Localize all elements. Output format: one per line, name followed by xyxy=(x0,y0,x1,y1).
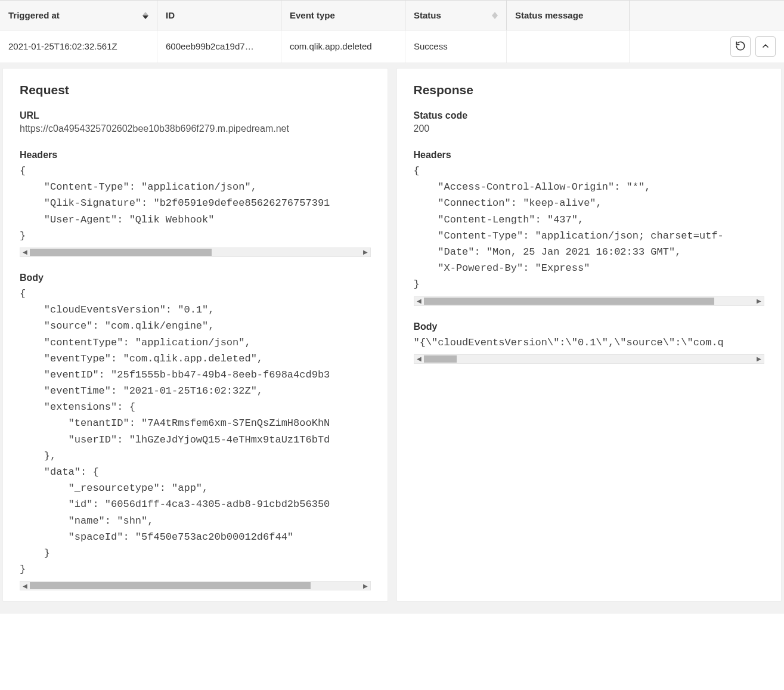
response-headers-code: { "Access-Control-Allow-Origin": "*", "C… xyxy=(414,163,765,293)
scroll-right-icon[interactable]: ▶ xyxy=(361,581,370,590)
column-header-id[interactable]: ID xyxy=(157,1,281,30)
detail-panel-container: Request URL https://c0a4954325702602bee1… xyxy=(0,63,784,614)
cell-status-message xyxy=(507,30,630,63)
horizontal-scrollbar[interactable]: ◀ ▶ xyxy=(20,247,371,257)
scroll-left-icon[interactable]: ◀ xyxy=(414,297,424,305)
response-status-code-label: Status code xyxy=(414,110,765,121)
horizontal-scrollbar[interactable]: ◀ ▶ xyxy=(414,354,765,364)
sort-icon xyxy=(492,12,498,19)
scroll-left-icon[interactable]: ◀ xyxy=(414,355,424,363)
response-panel: Response Status code 200 Headers { "Acce… xyxy=(396,68,782,602)
scroll-right-icon[interactable]: ▶ xyxy=(754,297,764,305)
scroll-left-icon[interactable]: ◀ xyxy=(20,248,30,256)
refresh-icon xyxy=(735,41,746,53)
request-url-value: https://c0a4954325702602bee10b38b696f279… xyxy=(20,123,371,134)
response-body-code: "{\"cloudEventsVersion\":\"0.1\",\"sourc… xyxy=(414,335,765,351)
sort-icon xyxy=(142,12,148,19)
cell-id: 600eeb99b2ca19d7… xyxy=(157,30,281,63)
column-header-label: Status xyxy=(414,10,441,20)
cell-actions xyxy=(630,30,784,63)
horizontal-scrollbar[interactable]: ◀ ▶ xyxy=(414,296,765,306)
request-body-code: { "cloudEventsVersion": "0.1", "source":… xyxy=(20,286,371,577)
response-body-label: Body xyxy=(414,321,765,332)
request-headers-code: { "Content-Type": "application/json", "Q… xyxy=(20,163,371,244)
request-headers-label: Headers xyxy=(20,150,371,160)
column-header-event-type[interactable]: Event type xyxy=(281,1,405,30)
chevron-up-icon xyxy=(761,41,770,52)
response-title: Response xyxy=(414,83,765,97)
cell-triggered-at: 2021-01-25T16:02:32.561Z xyxy=(0,30,157,63)
scroll-right-icon[interactable]: ▶ xyxy=(361,248,370,256)
column-header-label: Status message xyxy=(515,10,583,20)
cell-event-type: com.qlik.app.deleted xyxy=(281,30,405,63)
column-header-label: ID xyxy=(166,10,175,20)
column-header-status-message[interactable]: Status message xyxy=(507,1,630,30)
column-header-triggered-at[interactable]: Triggered at xyxy=(0,1,157,30)
scroll-right-icon[interactable]: ▶ xyxy=(754,355,764,363)
collapse-button[interactable] xyxy=(755,36,776,57)
horizontal-scrollbar[interactable]: ◀ ▶ xyxy=(20,581,371,590)
column-header-label: Triggered at xyxy=(8,10,60,20)
column-header-actions xyxy=(630,1,784,30)
request-title: Request xyxy=(20,83,371,97)
column-header-label: Event type xyxy=(290,10,335,20)
cell-status: Success xyxy=(405,30,507,63)
request-url-label: URL xyxy=(20,110,371,121)
column-header-status[interactable]: Status xyxy=(405,1,507,30)
request-panel: Request URL https://c0a4954325702602bee1… xyxy=(2,68,388,602)
table-header-row: Triggered at ID Event type Status Status… xyxy=(0,0,784,30)
retry-button[interactable] xyxy=(730,36,751,57)
response-headers-label: Headers xyxy=(414,150,765,160)
request-body-label: Body xyxy=(20,273,371,283)
scroll-left-icon[interactable]: ◀ xyxy=(20,581,30,590)
table-row[interactable]: 2021-01-25T16:02:32.561Z 600eeb99b2ca19d… xyxy=(0,30,784,63)
response-status-code-value: 200 xyxy=(414,123,765,134)
